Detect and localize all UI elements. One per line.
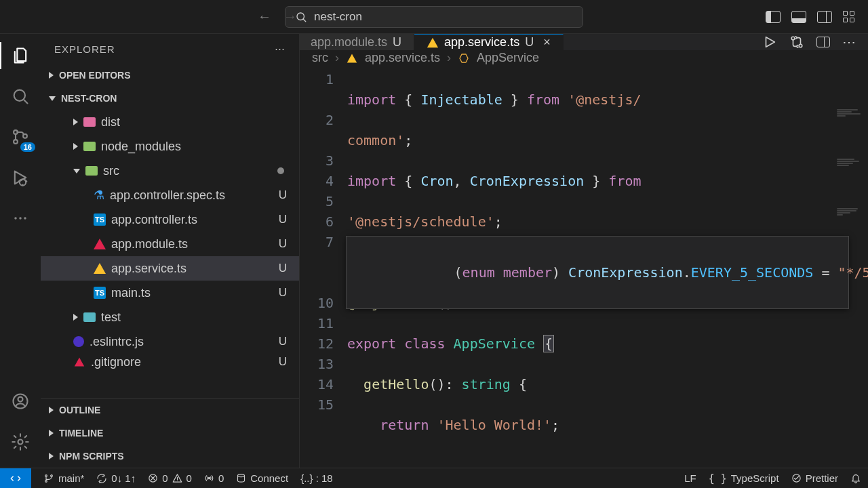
- line-number: 10: [300, 293, 334, 313]
- status-port[interactable]: Connect: [236, 472, 288, 484]
- tree-file-controller[interactable]: TS app.controller.ts U: [41, 207, 299, 232]
- branch-label: main*: [58, 472, 84, 484]
- svg-point-11: [18, 440, 23, 445]
- tree-file-service[interactable]: app.service.ts U: [41, 256, 299, 281]
- code-area[interactable]: import { Injectable } from '@nestjs/ com…: [347, 65, 868, 468]
- folder-root-label: NEST-CRON: [61, 93, 117, 104]
- tree-file-spec[interactable]: ⚗ app.controller.spec.ts U: [41, 183, 299, 207]
- git-status-badge: U: [279, 237, 287, 251]
- activity-search[interactable]: [7, 83, 34, 110]
- modified-dot: [277, 167, 284, 174]
- line-number: 11: [300, 313, 334, 333]
- svg-point-7: [19, 217, 22, 220]
- npm-scripts-label: NPM SCRIPTS: [59, 451, 124, 462]
- line-number: [300, 252, 334, 293]
- tree-file-gitignore[interactable]: .gitignore U: [41, 354, 299, 370]
- activity-explorer[interactable]: [7, 42, 34, 69]
- breadcrumb-item[interactable]: AppService: [477, 51, 539, 65]
- status-language[interactable]: { } TypeScript: [709, 472, 779, 485]
- svg-point-8: [24, 217, 26, 220]
- git-icon: [75, 358, 84, 367]
- customize-layout-icon[interactable]: [843, 11, 854, 22]
- chevron-down-icon: [73, 169, 80, 174]
- git-compare-icon[interactable]: [789, 35, 804, 49]
- activity-source-control[interactable]: 16: [7, 123, 34, 150]
- status-sync[interactable]: 0↓ 1↑: [96, 472, 136, 484]
- git-status-badge: U: [279, 286, 287, 300]
- tree-file-module[interactable]: app.module.ts U: [41, 232, 299, 256]
- code-editor[interactable]: 1 2 3 4 5 6 7 10 11 12 13 14 15: [300, 65, 868, 468]
- tree-folder-test[interactable]: test: [41, 305, 299, 329]
- activity-accounts[interactable]: [7, 388, 34, 415]
- status-eol[interactable]: LF: [684, 472, 696, 484]
- tree-folder-node-modules[interactable]: node_modules: [41, 134, 299, 159]
- outline-label: OUTLINE: [59, 405, 100, 415]
- command-center[interactable]: nest-cron: [285, 6, 583, 28]
- class-symbol-icon: [458, 52, 470, 64]
- breadcrumb-item[interactable]: app.service.ts: [365, 51, 440, 65]
- chevron-right-icon: [49, 72, 54, 79]
- status-bar: main* 0↓ 1↑ 0 0 0 Connect {..} : 18 LF {…: [0, 468, 868, 488]
- tab-more-icon[interactable]: ⋯: [842, 34, 856, 50]
- git-status-badge: U: [279, 262, 287, 275]
- tree-file-main[interactable]: TS main.ts U: [41, 281, 299, 305]
- tree-folder-src[interactable]: src: [41, 159, 299, 183]
- sidebar-more-icon[interactable]: ⋯: [275, 43, 285, 55]
- split-editor-icon[interactable]: [816, 37, 830, 47]
- status-prettier[interactable]: Prettier: [791, 472, 838, 484]
- folder-icon: [85, 166, 98, 176]
- timeline-header[interactable]: TIMELINE: [41, 422, 299, 445]
- nest-icon: [94, 239, 106, 249]
- activity-run-debug[interactable]: [7, 164, 34, 191]
- svg-point-0: [297, 13, 304, 20]
- toggle-panel-icon[interactable]: [791, 11, 806, 23]
- status-problems[interactable]: 0 0: [148, 472, 192, 484]
- npm-scripts-header[interactable]: NPM SCRIPTS: [41, 445, 299, 468]
- tab-label: app.service.ts: [444, 35, 519, 49]
- nav-forward[interactable]: →: [283, 9, 297, 24]
- tab-app-module[interactable]: app.module.ts U: [300, 34, 414, 50]
- breadcrumb[interactable]: src › app.service.ts › AppService: [300, 51, 868, 65]
- tree-label: main.ts: [111, 286, 151, 300]
- tree-label: .gitignore: [91, 355, 141, 369]
- folder-icon: [83, 117, 96, 127]
- tree-label: app.service.ts: [111, 262, 186, 276]
- toggle-sidebar-icon[interactable]: [766, 11, 781, 23]
- ts-icon: TS: [94, 287, 106, 299]
- errors-count: 0: [162, 472, 167, 484]
- breadcrumb-item[interactable]: src: [312, 51, 328, 65]
- toggle-rightbar-icon[interactable]: [817, 11, 832, 23]
- open-editors-header[interactable]: OPEN EDITORS: [41, 64, 299, 87]
- chevron-right-icon: ›: [335, 51, 339, 65]
- nav-back[interactable]: ←: [258, 9, 271, 24]
- status-radio[interactable]: 0: [204, 472, 224, 484]
- titlebar: ← → nest-cron: [0, 0, 868, 34]
- tree-file-eslint[interactable]: .eslintrc.js U: [41, 329, 299, 354]
- status-notifications[interactable]: [850, 473, 861, 484]
- activity-settings[interactable]: [7, 428, 34, 455]
- tree-folder-dist[interactable]: dist: [41, 110, 299, 134]
- tree-label: app.controller.ts: [111, 213, 197, 227]
- tab-app-service[interactable]: app.service.ts U ×: [414, 34, 564, 50]
- svg-point-1: [14, 90, 25, 101]
- outline-header[interactable]: OUTLINE: [41, 399, 299, 422]
- run-icon[interactable]: [762, 35, 777, 49]
- nest-icon: [94, 263, 106, 274]
- hover-widget: (enum member) CronExpression.EVERY_5_SEC…: [346, 236, 849, 309]
- editor-group: app.module.ts U app.service.ts U × ⋯ s: [300, 34, 868, 468]
- nest-icon: [347, 54, 357, 62]
- tabs: app.module.ts U app.service.ts U × ⋯: [300, 34, 868, 51]
- minimap[interactable]: [835, 68, 865, 108]
- chevron-right-icon: ›: [447, 51, 451, 65]
- svg-point-18: [208, 477, 210, 479]
- status-branch[interactable]: main*: [43, 472, 84, 484]
- chevron-down-icon: [49, 96, 56, 101]
- tab-close-icon[interactable]: ×: [543, 35, 551, 49]
- remote-indicator[interactable]: [0, 468, 31, 489]
- status-bracket[interactable]: {..} : 18: [300, 472, 333, 484]
- folder-root-header[interactable]: NEST-CRON: [41, 87, 299, 110]
- activity-more[interactable]: [7, 205, 34, 232]
- svg-point-6: [14, 217, 17, 220]
- chevron-right-icon: [73, 119, 78, 125]
- flask-icon: ⚗: [94, 188, 104, 203]
